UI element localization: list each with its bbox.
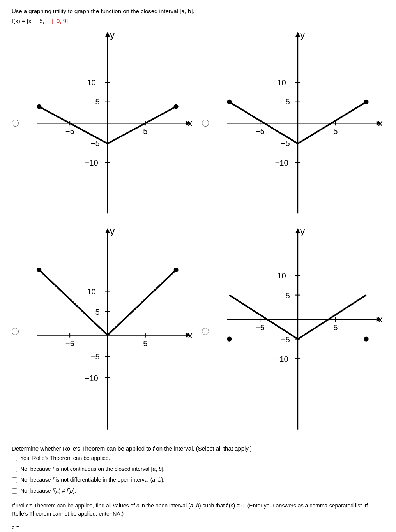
checkbox-1[interactable] (12, 456, 17, 461)
checkbox-label-1: Yes, Rolle's Theorem can be applied. (20, 455, 110, 461)
checkbox-item-3: No, because f is not differentiable in t… (12, 477, 384, 483)
svg-point-78 (227, 337, 232, 342)
svg-text:10: 10 (87, 287, 95, 296)
determine-section: Determine whether Rolle's Theorem can be… (12, 445, 384, 494)
svg-point-59 (174, 268, 179, 272)
f-italic: f (153, 445, 154, 452)
graph4-radio[interactable] (202, 328, 209, 335)
svg-point-19 (174, 104, 179, 109)
svg-text:−5: −5 (65, 127, 74, 136)
graph3-container: y x 10 5 −5 −10 −5 5 (12, 225, 194, 437)
graph3-svg: y x 10 5 −5 −10 −5 5 (21, 225, 194, 437)
svg-text:5: 5 (143, 339, 147, 348)
graphs-bottom-row: y x 10 5 −5 −10 −5 5 (12, 225, 384, 437)
checkbox-label-3: No, because f is not differentiable in t… (20, 477, 164, 483)
svg-point-58 (37, 268, 41, 272)
graph1-wrap: y x 10 5 −5 −10 −5 5 (21, 29, 194, 217)
svg-text:−5: −5 (256, 127, 265, 136)
graph1-svg: y x 10 5 −5 −10 −5 5 (21, 29, 194, 217)
svg-text:5: 5 (143, 127, 147, 136)
checkbox-label-4: No, because f(a) ≠ f(b). (20, 488, 76, 494)
checkbox-label-2: No, because f is not continuous on the c… (20, 466, 164, 472)
svg-text:−5: −5 (65, 339, 74, 348)
svg-marker-43 (105, 228, 110, 233)
svg-text:5: 5 (95, 97, 100, 106)
graph2-svg: y x 10 5 −5 −10 −5 5 (211, 29, 384, 217)
svg-text:y: y (110, 30, 115, 40)
svg-text:x: x (378, 314, 383, 325)
svg-text:−10: −10 (85, 159, 98, 167)
svg-text:−10: −10 (275, 159, 288, 167)
svg-text:y: y (110, 226, 115, 237)
graph4-container: y x 10 5 −5 −10 −5 5 (202, 225, 384, 437)
checkbox-item-2: No, because f is not continuous on the c… (12, 466, 384, 472)
svg-text:10: 10 (277, 78, 286, 87)
svg-text:x: x (188, 118, 193, 128)
graph2-radio[interactable] (202, 120, 209, 127)
graph3-wrap: y x 10 5 −5 −10 −5 5 (21, 225, 194, 437)
svg-marker-63 (295, 228, 300, 233)
rolles-instruction: If Rolle's Theorem can be applied, find … (12, 502, 384, 518)
checkbox-4[interactable] (12, 488, 17, 494)
graphs-top-row: y x 10 5 −5 −10 −5 5 (12, 29, 384, 217)
svg-text:5: 5 (286, 291, 290, 300)
svg-point-38 (227, 100, 232, 104)
graph3-radio[interactable] (12, 328, 19, 335)
checkbox-item-4: No, because f(a) ≠ f(b). (12, 488, 384, 494)
svg-text:10: 10 (277, 272, 286, 280)
svg-text:10: 10 (87, 78, 95, 87)
svg-text:−5: −5 (281, 139, 290, 148)
svg-text:5: 5 (286, 97, 290, 106)
svg-text:x: x (378, 118, 383, 128)
problem-instruction: Use a graphing utility to graph the func… (12, 8, 384, 14)
svg-point-18 (37, 104, 41, 109)
svg-point-79 (364, 337, 369, 342)
function-expr: f(x) = |x| − 5, (12, 18, 44, 24)
svg-text:−10: −10 (275, 355, 288, 364)
checkbox-3[interactable] (12, 477, 17, 483)
function-line: f(x) = |x| − 5, [−9, 9] (12, 18, 384, 24)
svg-text:−10: −10 (85, 374, 98, 382)
rolles-section: If Rolle's Theorem can be applied, find … (12, 502, 384, 532)
svg-text:−5: −5 (91, 352, 100, 361)
svg-text:y: y (300, 226, 305, 237)
c-equals-row: c = (12, 522, 384, 532)
svg-point-39 (364, 100, 369, 104)
svg-text:5: 5 (333, 127, 338, 136)
svg-text:x: x (188, 330, 193, 340)
svg-text:−5: −5 (281, 335, 290, 344)
checkbox-item-1: Yes, Rolle's Theorem can be applied. (12, 455, 384, 461)
svg-marker-3 (105, 32, 110, 37)
svg-text:−5: −5 (91, 139, 100, 148)
interval-expr: [−9, 9] (51, 18, 68, 24)
svg-text:y: y (300, 30, 305, 40)
c-input[interactable] (23, 522, 65, 532)
graph2-wrap: y x 10 5 −5 −10 −5 5 (211, 29, 384, 217)
svg-text:−5: −5 (256, 324, 265, 332)
graph2-container: y x 10 5 −5 −10 −5 5 (202, 29, 384, 217)
c-label: c = (12, 524, 19, 530)
graph4-wrap: y x 10 5 −5 −10 −5 5 (211, 225, 384, 437)
graph4-svg: y x 10 5 −5 −10 −5 5 (211, 225, 384, 437)
svg-text:5: 5 (333, 324, 338, 332)
svg-marker-23 (295, 32, 300, 37)
svg-text:5: 5 (95, 308, 100, 316)
graph1-container: y x 10 5 −5 −10 −5 5 (12, 29, 194, 217)
graph1-radio[interactable] (12, 120, 19, 127)
checkbox-2[interactable] (12, 467, 17, 472)
determine-instruction: Determine whether Rolle's Theorem can be… (12, 445, 384, 452)
